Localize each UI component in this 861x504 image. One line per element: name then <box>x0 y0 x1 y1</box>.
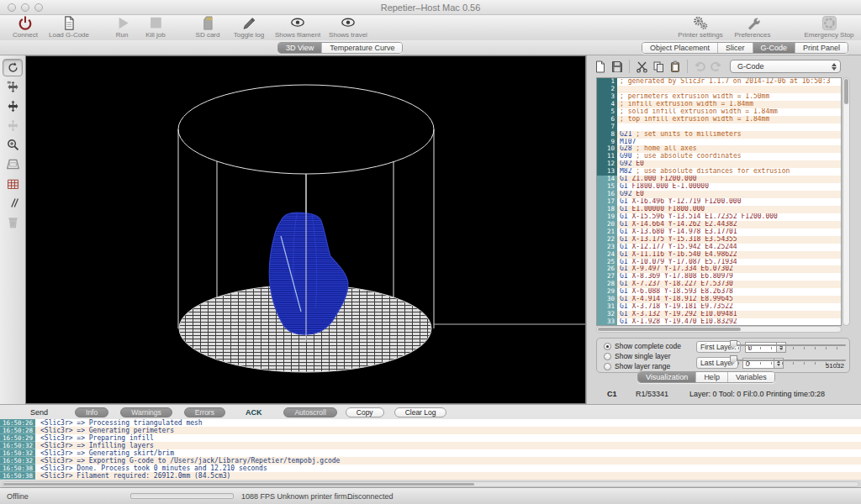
grid-view-button[interactable] <box>3 175 23 192</box>
radio-icon[interactable] <box>604 353 611 360</box>
tab-print-panel[interactable]: Print Panel <box>795 43 848 53</box>
kill-job-button[interactable]: Kill job <box>138 15 173 39</box>
gcode-line[interactable]: 18G1 E1.00000 F1800.000 <box>597 206 841 213</box>
info-toggle[interactable]: Info <box>75 407 108 417</box>
save-gcode-button[interactable] <box>609 59 626 74</box>
layer-controls: Show complete codeShow single layerShow … <box>596 338 850 373</box>
paste-button[interactable] <box>667 59 684 74</box>
gcode-line[interactable]: 33G1 X-1.928 Y-19.470 E10.83292 <box>597 318 841 326</box>
gcode-line[interactable]: 17G1 X-16.496 Y-12.719 F1200.000 <box>597 198 841 206</box>
gcode-line[interactable]: 31G1 X-3.718 Y-19.181 E9.73522 <box>597 303 841 311</box>
gcode-line[interactable]: 1; generated by Slic3r 1.1.7 on 2014-12-… <box>597 78 841 86</box>
gcode-line[interactable]: 6; top infill extrusion width = 1.84mm <box>597 116 841 123</box>
gcode-line[interactable]: 29G1 X-6.088 Y-18.593 E8.26378 <box>597 288 841 296</box>
gcode-line[interactable]: 10G28 ; home all axes <box>597 145 841 153</box>
tab-object-placement[interactable]: Object Placement <box>642 43 718 53</box>
gcode-line[interactable]: 12G92 E0 <box>597 160 841 168</box>
gcode-line[interactable]: 25G1 X-10.079 Y-17.087 E5.71934 <box>597 259 841 266</box>
tab-3d-view[interactable]: 3D View <box>278 43 322 53</box>
perspective-view-button[interactable] <box>3 155 23 173</box>
gcode-line[interactable]: 23G1 X-12.177 Y-15.942 E4.25244 <box>597 244 841 251</box>
parallel-projection-button[interactable] <box>3 194 23 212</box>
gcode-line[interactable]: 26G1 X-9.497 Y-17.334 E6.07302 <box>597 265 841 273</box>
gcode-line[interactable]: 14G1 Z1.000 F1200.000 <box>597 176 841 183</box>
emergency-stop-button[interactable]: Emergency Stop <box>799 15 859 39</box>
gcode-line[interactable]: 19G1 X-15.596 Y-13.514 E1.72352 F1200.00… <box>597 213 841 221</box>
layer-radio-show-complete-code[interactable]: Show complete code <box>604 341 681 351</box>
shows-travel-toggle[interactable]: Shows travel <box>325 15 372 39</box>
redo-button[interactable] <box>708 59 725 74</box>
viewport-toolbar <box>0 55 25 404</box>
shows-filament-toggle[interactable]: Shows filament <box>271 15 325 39</box>
copy-button[interactable] <box>650 59 667 74</box>
printer-settings-button[interactable]: Printer settings <box>673 15 728 39</box>
gcode-line[interactable]: 28G1 X-7.237 Y-18.227 E7.53730 <box>597 281 841 288</box>
sd-card-button[interactable]: SD card <box>188 15 227 39</box>
3d-viewport[interactable] <box>25 55 586 404</box>
connect-button[interactable]: Connect <box>3 15 47 39</box>
move-arrows-icon <box>6 99 20 113</box>
log-horizontal-scrollbar[interactable] <box>2 481 859 487</box>
preferences-button[interactable]: Preferences <box>728 15 777 39</box>
gcode-line[interactable]: 8G21 ; set units to millimeters <box>597 131 841 139</box>
new-gcode-button[interactable] <box>592 59 609 74</box>
gcode-line[interactable]: 30G1 X-4.914 Y-18.912 E8.99645 <box>597 296 841 303</box>
warnings-toggle[interactable]: Warnings <box>120 407 172 417</box>
zoom-view-button[interactable] <box>3 136 23 154</box>
radio-icon[interactable] <box>604 363 611 370</box>
gcode-line[interactable]: 16G92 E0 <box>597 191 841 198</box>
gcode-text: G1 X-13.175 Y-15.318 E3.54355 <box>617 236 737 244</box>
tab-gcode[interactable]: G-Code <box>753 43 796 53</box>
gcode-line[interactable]: 21G1 X-13.680 Y-14.978 E3.17701 <box>597 228 841 236</box>
pan-view-button[interactable] <box>3 78 23 96</box>
editor-vertical-scrollbar[interactable] <box>843 77 850 326</box>
gcode-line[interactable]: 13M82 ; use absolute distances for extru… <box>597 168 841 176</box>
gcode-line[interactable]: 7 <box>597 123 841 131</box>
scrollbar-thumb[interactable] <box>3 483 474 486</box>
autoscroll-toggle[interactable]: Autoscroll <box>283 407 336 417</box>
send-button[interactable]: Send <box>30 408 48 417</box>
move-object-button[interactable] <box>3 117 23 134</box>
load-gcode-button[interactable]: Load G-Code <box>47 15 91 39</box>
gcode-line[interactable]: 3; perimeters extrusion width = 1.50mm <box>597 93 841 101</box>
tab-temperature-curve[interactable]: Temperature Curve <box>322 43 402 53</box>
rotate-view-button[interactable] <box>3 59 23 76</box>
gcode-line[interactable]: 4; infill extrusion width = 1.84mm <box>597 101 841 108</box>
first-layer-slider[interactable] <box>730 340 846 350</box>
clear-log-button[interactable]: Clear Log <box>394 407 447 417</box>
gcode-line[interactable]: 27G1 X-8.369 Y-17.808 E6.80979 <box>597 273 841 281</box>
gcode-line[interactable]: 22G1 X-13.175 Y-15.318 E3.54355 <box>597 236 841 244</box>
log-output[interactable]: 16:50:26<Slic3r> => Processing triangula… <box>0 419 861 480</box>
toggle-log-button[interactable]: Toggle log <box>227 15 271 39</box>
errors-toggle[interactable]: Errors <box>184 407 225 417</box>
undo-button[interactable] <box>691 59 708 74</box>
gcode-line[interactable]: 11G90 ; use absolute coordinates <box>597 153 841 160</box>
layer-radio-show-single-layer[interactable]: Show single layer <box>604 351 681 361</box>
gcode-editor[interactable]: 1; generated by Slic3r 1.1.7 on 2014-12-… <box>596 77 842 326</box>
cut-button[interactable] <box>633 59 650 74</box>
gcode-line[interactable]: 32G1 X-3.132 Y-19.292 E10.09481 <box>597 311 841 318</box>
gcode-line[interactable]: 15G1 F1800.000 E-1.00000 <box>597 183 841 191</box>
editor-horizontal-scrollbar[interactable] <box>596 326 842 333</box>
delete-object-button[interactable] <box>3 213 23 231</box>
gcode-line[interactable]: 20G1 X-14.664 Y-14.262 E2.44382 <box>597 221 841 228</box>
scrollbar-thumb[interactable] <box>844 79 848 104</box>
copy-log-button[interactable]: Copy <box>346 407 384 417</box>
gcode-line[interactable]: 24G1 X-11.116 Y-16.540 E4.98622 <box>597 251 841 259</box>
gcode-file-dropdown[interactable]: G-Code <box>730 60 841 73</box>
gcode-line[interactable]: 2 <box>597 86 841 93</box>
slider-thumb[interactable] <box>730 340 737 349</box>
radio-icon[interactable] <box>604 343 611 350</box>
layer-radio-show-layer-range[interactable]: Show layer range <box>604 361 681 371</box>
move-view-button[interactable] <box>3 97 23 115</box>
scrollbar-thumb[interactable] <box>598 328 741 331</box>
tab-slicer[interactable]: Slicer <box>718 43 753 53</box>
status-layer-info: Layer: 0 Tool: 0 Fil:0.0 Printing time:0… <box>689 390 825 398</box>
run-button[interactable]: Run <box>106 15 138 39</box>
tab-variables[interactable]: Variables <box>728 372 774 382</box>
gcode-line[interactable]: 9M107 <box>597 139 841 146</box>
tab-visualization[interactable]: Visualization <box>638 372 696 382</box>
slider-thumb[interactable] <box>730 355 737 364</box>
tab-help[interactable]: Help <box>696 372 728 382</box>
gcode-line[interactable]: 5; solid infill extrusion width = 1.84mm <box>597 108 841 116</box>
